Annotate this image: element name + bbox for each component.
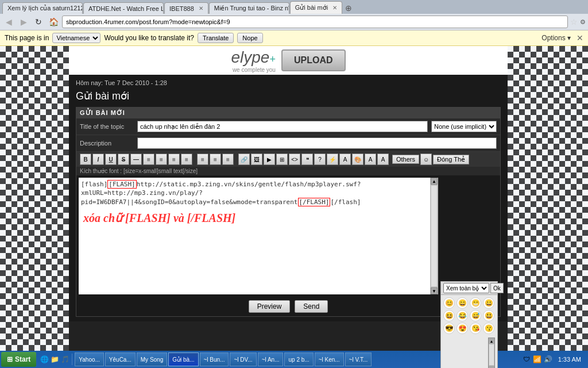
forward-button[interactable]: ▶: [17, 16, 30, 28]
tab-3-close[interactable]: ✕: [199, 5, 203, 12]
taskbar-volume-icon[interactable]: 🔊: [544, 355, 553, 364]
scroll-track: [431, 186, 437, 286]
taskbar-item-bun[interactable]: ~l Bun...: [200, 352, 229, 366]
back-button[interactable]: ◀: [2, 16, 15, 28]
align-justify-button[interactable]: ≡: [181, 154, 192, 165]
tab-5[interactable]: Gửi bài mới ✕: [290, 1, 342, 14]
indent-button[interactable]: ≡: [222, 154, 234, 165]
emoji-3[interactable]: 😁: [470, 297, 481, 309]
insert-link-button[interactable]: 🔗: [238, 154, 250, 165]
emoji-9[interactable]: 😎: [443, 323, 455, 334]
chess-pattern-left: [0, 46, 69, 368]
align-center-button[interactable]: ≡: [156, 154, 167, 165]
font-a-button[interactable]: A: [365, 154, 376, 165]
bookmark-star-icon[interactable]: ☆: [570, 17, 578, 26]
tab-1[interactable]: Xem lý lịch của saturn1212 ✕: [2, 2, 83, 14]
upload-button[interactable]: UPLOAD: [281, 49, 346, 71]
emoji-11[interactable]: 😘: [470, 323, 481, 334]
translate-options-button[interactable]: Options ▾: [541, 34, 571, 42]
insert-code-button[interactable]: <>: [289, 154, 300, 165]
taskbar-ie-icon[interactable]: 🌐: [40, 355, 49, 364]
tab-3[interactable]: IBET888 ✕: [164, 2, 208, 14]
insert-flash-button[interactable]: ⚡: [327, 154, 338, 165]
emoji-ok-button[interactable]: Ok: [490, 283, 504, 293]
taskbar-item-yeucanh[interactable]: YêuCa...: [105, 352, 136, 366]
emoji-10[interactable]: 😍: [457, 323, 468, 334]
nope-button[interactable]: Nope: [237, 33, 262, 43]
emoji-5[interactable]: 😆: [443, 310, 455, 321]
preview-button[interactable]: Preview: [249, 300, 291, 313]
insert-a-button[interactable]: A: [339, 154, 351, 165]
emoji-scroll-up[interactable]: ▲: [489, 338, 494, 344]
emoji-2[interactable]: 😄: [457, 297, 468, 309]
emoji-scroll-area: ▲ ▼: [441, 336, 497, 368]
title-input[interactable]: [137, 121, 428, 132]
bold-button[interactable]: B: [80, 154, 91, 165]
scroll-up-button[interactable]: ▲: [431, 178, 438, 185]
emoji-1[interactable]: 😊: [443, 297, 455, 309]
emoji-category-select[interactable]: Xem toàn bộ: [443, 283, 489, 293]
strikethrough-button[interactable]: S: [118, 154, 129, 165]
start-button[interactable]: ⊞ Start: [1, 352, 36, 367]
list-ol-button[interactable]: ≡: [197, 154, 208, 165]
insert-video-button[interactable]: ▶: [264, 154, 275, 165]
taskbar-item-guibai[interactable]: Gửi bà...: [168, 352, 198, 366]
tab-4[interactable]: Miền Trung tui tao - Binz n'... ✕: [209, 2, 289, 14]
insert-spoiler-button[interactable]: ?: [314, 154, 326, 165]
taskbar-item-vt[interactable]: ~l V.T...: [345, 352, 372, 366]
scroll-down-button[interactable]: ▼: [431, 288, 438, 294]
others-button[interactable]: Others: [392, 155, 419, 164]
translate-button[interactable]: Translate: [198, 33, 234, 43]
editor-area: [flash][FLASH]http://static.mp3.zing.vn/…: [76, 175, 500, 297]
send-button[interactable]: Send: [295, 300, 328, 313]
hr-button[interactable]: —: [130, 154, 142, 165]
taskbar-item-an[interactable]: ~l An...: [258, 352, 284, 366]
taskbar-media-icon[interactable]: 🎵: [60, 355, 69, 364]
insert-image-button[interactable]: 🖼: [251, 154, 262, 165]
taskbar-item-mysong[interactable]: My Song: [137, 352, 167, 366]
chess-pattern-right: [508, 46, 588, 368]
font-size-button[interactable]: A: [377, 154, 389, 165]
emoji-7[interactable]: 😅: [470, 310, 481, 321]
tab-3-label: IBET888: [169, 5, 194, 12]
taskbar-folder-icon[interactable]: 📁: [50, 355, 59, 364]
emoji-8[interactable]: 😃: [483, 310, 494, 321]
new-tab-button[interactable]: ⊕: [343, 2, 354, 14]
language-select[interactable]: Vietnamese: [52, 33, 100, 43]
taskbar-item-ken[interactable]: ~l Ken...: [315, 352, 344, 366]
tab-5-close[interactable]: ✕: [332, 5, 337, 11]
taskbar-antivirus-icon[interactable]: 🛡: [522, 355, 531, 364]
description-input[interactable]: [137, 137, 497, 149]
align-left-button[interactable]: ≡: [143, 154, 154, 165]
emoji-12[interactable]: 😗: [483, 323, 494, 334]
insert-quote-button[interactable]: ❝: [301, 154, 313, 165]
italic-button[interactable]: I: [92, 154, 104, 165]
home-button[interactable]: 🏠: [47, 16, 60, 28]
settings-button[interactable]: ⚙: [580, 18, 586, 26]
translate-close-icon[interactable]: ✕: [577, 33, 583, 43]
translation-bar: This page is in Vietnamese Would you lik…: [0, 30, 588, 46]
emoji-6[interactable]: 😂: [457, 310, 468, 321]
tab-1-label: Xem lý lịch của saturn1212: [7, 5, 83, 12]
list-ul-button[interactable]: ≡: [210, 154, 221, 165]
taskbar-network-icon[interactable]: 📶: [533, 355, 542, 364]
smile-button[interactable]: ☺: [420, 154, 432, 165]
address-bar[interactable]: [62, 16, 568, 28]
tab-2[interactable]: ATDHE.Net - Watch Free Li... ✕: [83, 2, 164, 14]
close-tag-button[interactable]: Đóng Thẻ: [433, 155, 469, 164]
emoji-4[interactable]: 😀: [483, 297, 494, 309]
windows-logo-icon: ⊞: [7, 355, 13, 363]
implicit-select[interactable]: None (use implicit): [431, 121, 497, 132]
insert-table-button[interactable]: ⊞: [276, 154, 288, 165]
taskbar-item-yahoo[interactable]: Yahoo...: [75, 352, 104, 366]
taskbar-item-up2b[interactable]: up 2 b...: [284, 352, 313, 366]
insert-color-button[interactable]: 🎨: [352, 154, 363, 165]
underline-button[interactable]: U: [105, 154, 117, 165]
emoji-scroll-down[interactable]: ▼: [489, 366, 494, 368]
align-right-button[interactable]: ≡: [168, 154, 180, 165]
tab-5-label: Gửi bài mới: [295, 4, 328, 12]
reload-button[interactable]: ↻: [32, 16, 45, 28]
editor-scrollbar[interactable]: ▲ ▼: [430, 178, 438, 294]
emoji-scrollbar[interactable]: ▲ ▼: [488, 338, 495, 368]
taskbar-item-dv[interactable]: ~l DV...: [230, 352, 256, 366]
